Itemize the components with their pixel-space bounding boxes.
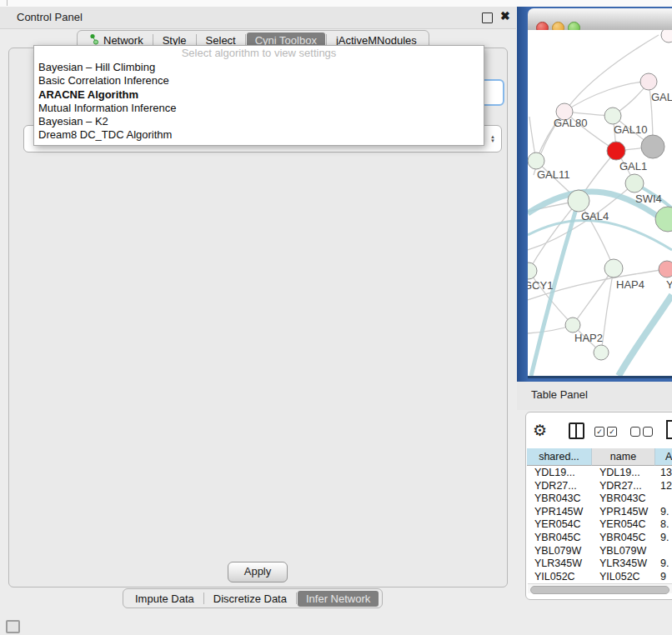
network-edge-highlighted xyxy=(528,220,672,250)
tab-separator xyxy=(203,592,204,604)
network-edge xyxy=(573,268,614,325)
network-node[interactable] xyxy=(655,207,672,232)
table-horizontal-scrollbar[interactable] xyxy=(528,583,672,593)
network-node-gal[interactable] xyxy=(640,73,657,90)
network-window-bottom-edge xyxy=(528,376,672,378)
table-cell[interactable]: YER054C xyxy=(599,518,646,532)
table-cell[interactable]: YER054C xyxy=(534,518,581,532)
algorithm-dropdown-prompt: Select algorithm to view settings xyxy=(34,46,484,61)
table-cell[interactable]: YDL19... xyxy=(599,467,640,480)
network-node-hap2[interactable] xyxy=(565,318,580,332)
table-cell[interactable]: 9. xyxy=(660,532,669,545)
tab-discretize-data[interactable]: Discretize Data xyxy=(205,591,295,607)
tab-impute-data[interactable]: Impute Data xyxy=(127,591,203,607)
network-node-label: GCY1 xyxy=(528,279,553,292)
table-cell[interactable]: YBR043C xyxy=(599,492,646,506)
network-edge-highlighted xyxy=(619,295,672,376)
network-node-label: HAP4 xyxy=(616,278,644,291)
table-cell[interactable]: YBL079W xyxy=(534,545,581,558)
network-node[interactable] xyxy=(661,30,672,42)
network-window-titlebar[interactable] xyxy=(528,8,672,31)
algorithm-option[interactable]: ARACNE Algorithm xyxy=(34,88,484,102)
network-node-gcy1[interactable] xyxy=(528,262,537,279)
table-cell[interactable]: YIL052C xyxy=(534,571,575,584)
table-cell[interactable]: YPR145W xyxy=(534,506,583,519)
gear-icon[interactable]: ⚙ xyxy=(533,421,547,440)
network-node[interactable] xyxy=(641,135,664,158)
algorithm-option[interactable]: Bayesian – K2 xyxy=(34,115,484,128)
screen: Control Panel ✖ NetworkStyleSelectCyni T… xyxy=(0,0,672,635)
algorithm-option[interactable]: Bayesian – Hill Climbing xyxy=(34,61,484,74)
tab-separator xyxy=(245,34,246,46)
algorithm-option[interactable]: Basic Correlation Inference xyxy=(34,74,484,88)
table-cell[interactable]: 13 xyxy=(660,467,672,480)
checked-checkbox-icon[interactable]: ✓ xyxy=(607,427,617,437)
float-panel-icon[interactable] xyxy=(482,12,493,23)
network-canvas[interactable]: GALGAL80GAL10GAL1GAL11SWI4GAL4GCY1HAP4YH… xyxy=(528,30,672,376)
table-cell[interactable]: YLR345W xyxy=(599,558,647,571)
table-cell[interactable]: YLR345W xyxy=(534,558,582,571)
network-node-y[interactable] xyxy=(659,261,672,278)
table-cell[interactable]: YBR045C xyxy=(534,532,581,545)
table-cell[interactable]: YBR043C xyxy=(534,492,581,506)
table-cell[interactable]: 8. xyxy=(660,518,669,532)
page-icon[interactable] xyxy=(666,420,672,439)
unchecked-checkbox-icon[interactable] xyxy=(643,427,653,437)
network-node-gal10[interactable] xyxy=(604,108,621,124)
network-node-label: SWI4 xyxy=(635,192,662,205)
top-strip-divider xyxy=(7,0,8,6)
tab-separator xyxy=(153,34,153,46)
network-node-gal1[interactable] xyxy=(607,142,625,160)
table-cell[interactable]: 9 xyxy=(660,571,666,584)
table-panel-title: Table Panel xyxy=(531,388,588,401)
table-column-header[interactable]: shared... xyxy=(527,448,592,466)
algorithm-dropdown: Select algorithm to view settings Bayesi… xyxy=(33,45,484,146)
tab-label: Discretize Data xyxy=(213,592,287,605)
bottom-tabbar: Impute DataDiscretize DataInfer Network xyxy=(123,588,383,608)
network-node-label: GAL10 xyxy=(614,123,647,136)
network-node-hap4[interactable] xyxy=(604,259,623,278)
network-node-label: HAP2 xyxy=(574,332,603,344)
stepper-arrows-icon: ▲▼ xyxy=(490,135,495,143)
checked-checkbox-icon[interactable]: ✓ xyxy=(594,427,604,437)
apply-button[interactable]: Apply xyxy=(228,562,288,582)
network-node-gal4[interactable] xyxy=(568,190,589,212)
algorithm-option[interactable]: Mutual Information Inference xyxy=(34,102,484,115)
close-icon[interactable]: ✖ xyxy=(500,9,510,22)
tab-separator xyxy=(326,34,327,46)
table-cell[interactable]: YDR27... xyxy=(534,480,577,493)
network-node-label: GAL11 xyxy=(537,168,570,181)
table-cell[interactable]: YDR27... xyxy=(599,480,642,493)
network-node-label: GAL1 xyxy=(619,160,647,172)
tab-separator xyxy=(196,34,197,46)
tab-infer-network[interactable]: Infer Network xyxy=(298,591,379,607)
tab-separator xyxy=(296,592,297,604)
network-node-label: GAL xyxy=(651,91,672,103)
network-edge xyxy=(534,35,659,175)
table-column-header[interactable]: name xyxy=(592,448,655,466)
table-cell[interactable]: YBL079W xyxy=(599,545,646,558)
network-node-swi4[interactable] xyxy=(625,174,644,192)
table-cell[interactable]: 9. xyxy=(660,506,669,519)
table-cell[interactable]: 9. xyxy=(660,558,669,571)
network-node-gal11[interactable] xyxy=(528,152,544,169)
algorithm-option[interactable]: Dream8 DC_TDC Algorithm xyxy=(34,128,484,142)
table-cell[interactable]: YPR145W xyxy=(599,506,648,519)
control-panel-title: Control Panel xyxy=(17,11,83,23)
table-cell[interactable]: YBR045C xyxy=(599,532,646,545)
table-column-header[interactable]: A xyxy=(655,448,672,466)
table-cell[interactable]: YDL19... xyxy=(534,467,575,480)
tab-label: Impute Data xyxy=(135,592,194,605)
table-cell[interactable]: 12 xyxy=(660,480,672,493)
network-node-label: GAL80 xyxy=(554,117,587,129)
network-node[interactable] xyxy=(594,345,609,360)
dock-panel-icon[interactable] xyxy=(6,620,20,633)
network-node-label: GAL4 xyxy=(581,210,609,222)
network-node-label: Y xyxy=(666,278,672,291)
table-cell[interactable]: YIL052C xyxy=(599,571,640,584)
network-edge xyxy=(601,268,614,352)
tab-label: Infer Network xyxy=(306,592,370,605)
columns-icon[interactable] xyxy=(569,422,584,439)
unchecked-checkbox-icon[interactable] xyxy=(630,427,640,437)
